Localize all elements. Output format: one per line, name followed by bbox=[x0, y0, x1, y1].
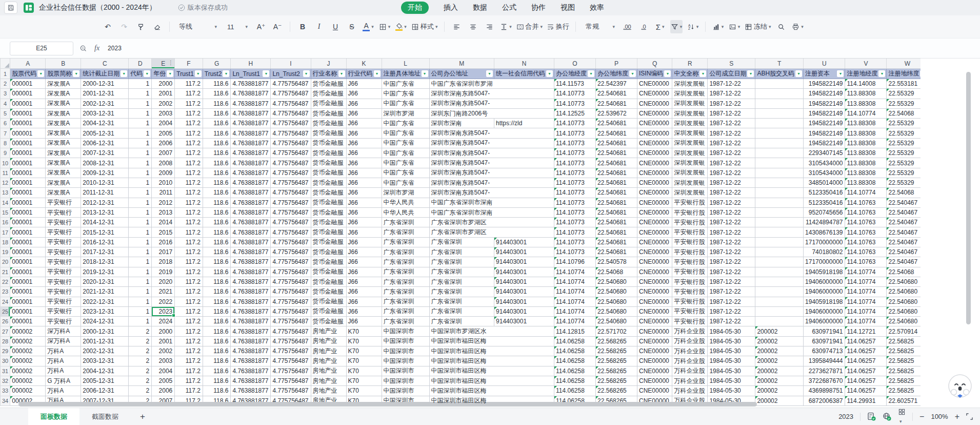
cell-I23[interactable]: 4.775756487 bbox=[271, 287, 311, 297]
cell-L10[interactable]: 中国广东省 bbox=[382, 158, 429, 168]
cell-S18[interactable]: 1987-12-22 bbox=[708, 237, 755, 247]
cell-H24[interactable]: 4.763881877 bbox=[231, 297, 271, 306]
cell-L26[interactable]: 广东省深圳 bbox=[382, 317, 429, 326]
row-header-17[interactable]: 17 bbox=[1, 227, 10, 237]
cell-Q9[interactable]: CNE00000 bbox=[637, 148, 672, 158]
cell-E26[interactable]: 2024 bbox=[152, 317, 175, 326]
cell-T21[interactable] bbox=[755, 267, 804, 277]
cell-I22[interactable]: 4.775756487 bbox=[271, 277, 311, 286]
cell-N19[interactable]: 914403001 bbox=[494, 247, 554, 257]
cell-V14[interactable]: 114.10763 bbox=[845, 198, 887, 207]
cell-L13[interactable]: 深圳市罗湖 bbox=[382, 188, 429, 198]
cell-I7[interactable]: 4.775756487 bbox=[271, 128, 311, 138]
cell-E7[interactable]: 2005 bbox=[152, 128, 175, 138]
align-left-button[interactable] bbox=[451, 20, 463, 33]
cell-V6[interactable]: 113.88308 bbox=[845, 119, 887, 128]
cell-O28[interactable]: 114.06258 bbox=[554, 336, 596, 346]
horizontal-scrollbar[interactable] bbox=[18, 402, 757, 407]
cell-N10[interactable] bbox=[494, 158, 554, 168]
print-button[interactable] bbox=[792, 20, 804, 33]
cell-I10[interactable]: 4.775756487 bbox=[271, 158, 311, 168]
cell-T34[interactable]: 200002 bbox=[755, 396, 804, 405]
menu-tab-7[interactable]: 效率 bbox=[590, 3, 604, 12]
cell-Q29[interactable]: CNE00000 bbox=[637, 346, 672, 356]
cell-I24[interactable]: 4.775756487 bbox=[271, 297, 311, 306]
cell-T10[interactable] bbox=[755, 158, 804, 168]
cell-G29[interactable]: 118.6 bbox=[203, 346, 231, 356]
name-box[interactable]: E25 bbox=[10, 42, 73, 55]
sheet-tab-1[interactable]: 面板数据 bbox=[28, 408, 79, 425]
cell-S33[interactable]: 1984-05-30 bbox=[708, 386, 755, 396]
cell-T30[interactable]: 200002 bbox=[755, 356, 804, 366]
cell-B15[interactable]: 平安银行 bbox=[46, 207, 81, 217]
cell-G26[interactable]: 118.6 bbox=[203, 317, 231, 326]
cell-M29[interactable]: 中国深圳市福田区梅 bbox=[429, 346, 494, 356]
cell-F20[interactable]: 117.2 bbox=[175, 257, 203, 267]
cell-O6[interactable]: 114.10773 bbox=[554, 119, 596, 128]
filter-icon-L[interactable] bbox=[422, 70, 428, 77]
cell-L15[interactable]: 中华人民共 bbox=[382, 207, 429, 217]
cell-K19[interactable]: J66 bbox=[346, 247, 382, 257]
cell-N33[interactable] bbox=[494, 386, 554, 396]
cell-R20[interactable]: 平安银行股 bbox=[672, 257, 708, 267]
cell-K33[interactable]: K70 bbox=[346, 386, 382, 396]
cell-V21[interactable]: 114.10774 bbox=[845, 267, 887, 277]
cell-T33[interactable]: 200002 bbox=[755, 386, 804, 396]
cell-J4[interactable]: 货币金融服 bbox=[311, 99, 346, 108]
align-center-button[interactable] bbox=[467, 20, 479, 33]
cell-J11[interactable]: 货币金融服 bbox=[311, 168, 346, 178]
cell-V8[interactable]: 113.88308 bbox=[845, 138, 887, 148]
cell-M9[interactable]: 深圳市深南东路5047- bbox=[429, 148, 494, 158]
cell-B30[interactable]: 万科A bbox=[46, 356, 81, 366]
cell-O26[interactable]: 114.10774 bbox=[554, 317, 596, 326]
cell-B7[interactable]: 深发展A bbox=[46, 128, 81, 138]
cell-P5[interactable]: 22.539672 bbox=[596, 108, 637, 118]
cell-E21[interactable]: 2019 bbox=[152, 267, 175, 277]
sheet-tab-2[interactable]: 截面数据 bbox=[79, 408, 131, 425]
add-sheet-button[interactable]: + bbox=[140, 412, 145, 422]
cell-T8[interactable] bbox=[755, 138, 804, 148]
cell-T29[interactable]: 200002 bbox=[755, 346, 804, 356]
cell-J33[interactable]: 房地产业 bbox=[311, 386, 346, 396]
cell-V18[interactable]: 114.10763 bbox=[845, 237, 887, 247]
cell-H8[interactable]: 4.763881877 bbox=[231, 138, 271, 148]
cell-J9[interactable]: 货币金融服 bbox=[311, 148, 346, 158]
cell-S13[interactable]: 1987-12-22 bbox=[708, 188, 755, 198]
cell-N18[interactable]: 914403001 bbox=[494, 237, 554, 247]
cell-U33[interactable]: 4369898751 bbox=[804, 386, 845, 396]
cell-B32[interactable]: G 万科A bbox=[46, 376, 81, 385]
cell-L2[interactable]: 中国广东省 bbox=[382, 79, 429, 89]
cell-J27[interactable]: 房地产业 bbox=[311, 326, 346, 336]
cell-T7[interactable] bbox=[755, 128, 804, 138]
cell-H14[interactable]: 4.763881877 bbox=[231, 198, 271, 207]
cell-W4[interactable]: 22.55329 bbox=[887, 99, 921, 108]
menu-tab-1[interactable]: 开始 bbox=[401, 2, 429, 14]
cell-P29[interactable]: 22.568265 bbox=[596, 346, 637, 356]
cell-H26[interactable]: 4.763881877 bbox=[231, 317, 271, 326]
cell-G10[interactable]: 118.6 bbox=[203, 158, 231, 168]
filter-icon-W[interactable] bbox=[920, 70, 921, 77]
cell-P2[interactable]: 22.542397 bbox=[596, 79, 637, 89]
cell-R4[interactable]: 深圳发展银 bbox=[672, 99, 708, 108]
cell-A20[interactable]: 000001 bbox=[10, 257, 46, 267]
column-header-I[interactable]: I bbox=[271, 59, 311, 69]
cell-R10[interactable]: 深圳发展银 bbox=[672, 158, 708, 168]
cell-I33[interactable]: 4.775756487 bbox=[271, 386, 311, 396]
cell-E30[interactable]: 2003 bbox=[152, 356, 175, 366]
cell-L16[interactable]: 广东省深圳 bbox=[382, 218, 429, 227]
cell-W32[interactable]: 22.56825 bbox=[887, 376, 921, 385]
search-button[interactable] bbox=[775, 20, 788, 33]
cell-D29[interactable]: 2 bbox=[129, 346, 152, 356]
cell-E31[interactable]: 2004 bbox=[152, 366, 175, 376]
view-mode-button[interactable] bbox=[898, 408, 906, 425]
eraser-button[interactable] bbox=[151, 20, 163, 33]
cell-N15[interactable] bbox=[494, 207, 554, 217]
cell-W10[interactable]: 22.55329 bbox=[887, 158, 921, 168]
cell-O12[interactable]: 114.10773 bbox=[554, 178, 596, 187]
cell-P10[interactable]: 22.540681 bbox=[596, 158, 637, 168]
cell-A29[interactable]: 000002 bbox=[10, 346, 46, 356]
vertical-align-button[interactable] bbox=[500, 20, 512, 33]
cell-O32[interactable]: 114.06258 bbox=[554, 376, 596, 385]
cell-W14[interactable]: 22.540467 bbox=[887, 198, 921, 207]
cell-G24[interactable]: 118.6 bbox=[203, 297, 231, 306]
